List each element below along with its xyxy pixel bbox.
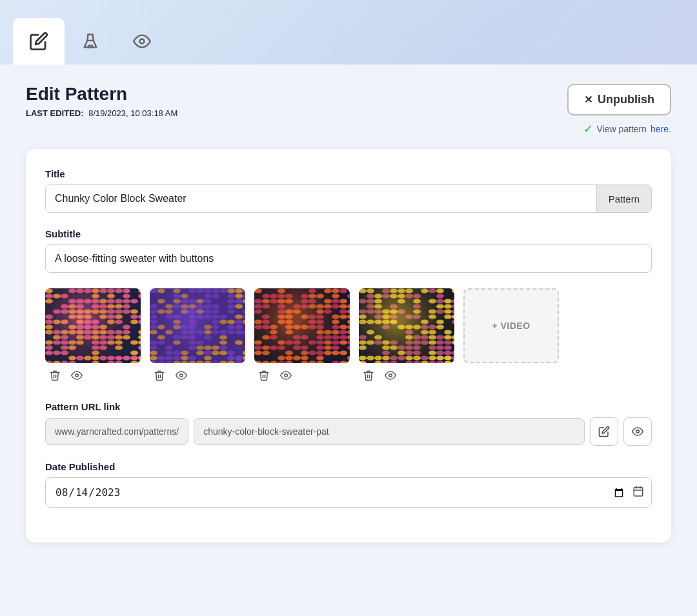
svg-point-0 <box>88 45 93 48</box>
svg-point-6 <box>636 430 640 433</box>
unpublish-label: Unpublish <box>598 93 654 106</box>
title-input[interactable] <box>46 185 596 212</box>
check-circle-icon: ✓ <box>583 122 593 136</box>
unpublish-button[interactable]: ✕ Unpublish <box>567 84 671 115</box>
eye-icon-tab <box>133 32 151 50</box>
last-edited: LAST EDITED: 8/19/2023, 10:03:18 AM <box>26 108 177 118</box>
tab-lab[interactable] <box>65 18 116 65</box>
svg-point-2 <box>76 374 79 377</box>
main-content: Edit Pattern LAST EDITED: 8/19/2023, 10:… <box>0 65 697 616</box>
image-thumb-4 <box>359 288 454 363</box>
delete-image-2-button[interactable] <box>152 368 167 386</box>
image-item-3 <box>254 288 350 386</box>
delete-image-3-button[interactable] <box>257 368 271 386</box>
view-image-2-button[interactable] <box>174 368 188 386</box>
svg-point-1 <box>140 39 145 44</box>
view-image-1-button[interactable] <box>70 368 84 386</box>
view-url-button[interactable] <box>623 417 652 446</box>
tab-bar <box>0 0 697 65</box>
svg-point-4 <box>285 374 288 377</box>
image-actions-2 <box>150 368 188 386</box>
last-edited-label: LAST EDITED: <box>26 108 84 118</box>
image-actions-3 <box>254 368 293 386</box>
header-right: ✕ Unpublish ✓ View pattern here. <box>567 84 671 136</box>
close-icon: ✕ <box>584 94 592 106</box>
view-image-3-button[interactable] <box>279 368 293 386</box>
image-thumb-1 <box>45 288 141 363</box>
edit-url-button[interactable] <box>590 417 618 446</box>
date-row <box>45 477 652 508</box>
image-actions-4 <box>359 368 398 386</box>
delete-image-4-button[interactable] <box>361 368 376 386</box>
header-row: Edit Pattern LAST EDITED: 8/19/2023, 10:… <box>26 84 671 136</box>
page-title: Edit Pattern <box>26 84 177 104</box>
date-label: Date Published <box>45 461 652 472</box>
pattern-suffix-button[interactable]: Pattern <box>596 185 651 212</box>
title-group: Title Pattern <box>45 168 652 213</box>
subtitle-label: Subtitle <box>45 228 652 239</box>
url-base: www.yarncrafted.com/patterns/ <box>45 418 188 445</box>
url-slug: chunky-color-block-sweater-pat <box>194 418 585 445</box>
svg-point-5 <box>389 374 392 377</box>
date-group: Date Published <box>45 461 652 508</box>
svg-point-3 <box>180 374 183 377</box>
view-pattern-link[interactable]: here. <box>651 124 671 134</box>
image-gallery: + VIDEO <box>45 288 652 386</box>
image-item-2 <box>150 288 245 386</box>
subtitle-input[interactable] <box>45 244 652 273</box>
form-card: Title Pattern Subtitle <box>26 149 671 542</box>
date-input[interactable] <box>45 477 652 508</box>
images-group: + VIDEO <box>45 288 652 386</box>
view-pattern-text: View pattern <box>597 124 647 134</box>
add-video-button[interactable]: + VIDEO <box>463 288 559 363</box>
title-input-row: Pattern <box>45 184 652 213</box>
image-thumb-2 <box>150 288 245 363</box>
edit-icon <box>29 32 48 51</box>
url-row: www.yarncrafted.com/patterns/ chunky-col… <box>45 417 652 446</box>
url-label: Pattern URL link <box>45 401 652 412</box>
subtitle-group: Subtitle <box>45 228 652 273</box>
image-item-4 <box>359 288 454 386</box>
image-thumb-3 <box>254 288 350 363</box>
title-label: Title <box>45 168 652 179</box>
view-image-4-button[interactable] <box>383 368 398 386</box>
tab-edit[interactable] <box>13 18 65 65</box>
tab-preview[interactable] <box>116 18 168 65</box>
url-group: Pattern URL link www.yarncrafted.com/pat… <box>45 401 652 446</box>
header-left: Edit Pattern LAST EDITED: 8/19/2023, 10:… <box>26 84 177 118</box>
last-edited-value: 8/19/2023, 10:03:18 AM <box>88 108 177 118</box>
add-video-item: + VIDEO <box>463 288 559 363</box>
image-item-1 <box>45 288 141 386</box>
view-pattern-row: ✓ View pattern here. <box>583 122 672 136</box>
delete-image-1-button[interactable] <box>48 368 62 386</box>
image-actions-1 <box>45 368 84 386</box>
lab-icon <box>81 32 99 50</box>
